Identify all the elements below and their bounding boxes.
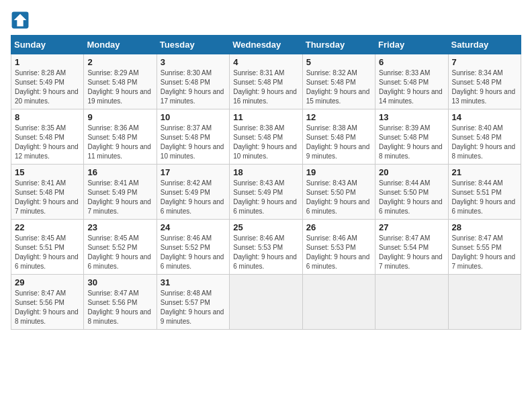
calendar-week: 1 Sunrise: 8:28 AMSunset: 5:49 PMDayligh… — [11, 54, 521, 109]
day-info: Sunrise: 8:47 AMSunset: 5:56 PMDaylight:… — [15, 289, 80, 326]
calendar-day: 27 Sunrise: 8:47 AMSunset: 5:54 PMDaylig… — [375, 220, 448, 275]
calendar-day: 30 Sunrise: 8:47 AMSunset: 5:56 PMDaylig… — [84, 275, 157, 330]
calendar-day: 12 Sunrise: 8:38 AMSunset: 5:48 PMDaylig… — [302, 109, 375, 165]
day-info: Sunrise: 8:39 AMSunset: 5:48 PMDaylight:… — [379, 124, 444, 161]
day-number: 7 — [452, 57, 517, 67]
day-number: 20 — [379, 167, 444, 177]
calendar-day — [302, 275, 375, 330]
calendar-day: 1 Sunrise: 8:28 AMSunset: 5:49 PMDayligh… — [11, 54, 84, 109]
day-info: Sunrise: 8:33 AMSunset: 5:48 PMDaylight:… — [379, 68, 444, 106]
calendar-day: 28 Sunrise: 8:47 AMSunset: 5:55 PMDaylig… — [448, 220, 521, 275]
calendar-day: 24 Sunrise: 8:46 AMSunset: 5:52 PMDaylig… — [157, 220, 229, 275]
day-number: 10 — [161, 112, 226, 122]
logo-icon — [11, 11, 30, 30]
day-info: Sunrise: 8:46 AMSunset: 5:53 PMDaylight:… — [233, 234, 298, 271]
day-number: 23 — [87, 222, 152, 232]
day-info: Sunrise: 8:43 AMSunset: 5:50 PMDaylight:… — [306, 179, 371, 216]
calendar-day: 5 Sunrise: 8:32 AMSunset: 5:48 PMDayligh… — [302, 54, 375, 109]
day-number: 22 — [15, 222, 80, 232]
day-number: 3 — [161, 57, 226, 67]
day-info: Sunrise: 8:31 AMSunset: 5:48 PMDaylight:… — [233, 68, 298, 106]
day-info: Sunrise: 8:32 AMSunset: 5:48 PMDaylight:… — [306, 68, 371, 106]
calendar-day: 19 Sunrise: 8:43 AMSunset: 5:50 PMDaylig… — [302, 165, 375, 220]
day-header-tuesday: Tuesday — [157, 36, 229, 54]
calendar-day: 7 Sunrise: 8:34 AMSunset: 5:48 PMDayligh… — [448, 54, 521, 109]
calendar-day: 31 Sunrise: 8:48 AMSunset: 5:57 PMDaylig… — [157, 275, 229, 330]
day-info: Sunrise: 8:41 AMSunset: 5:49 PMDaylight:… — [87, 179, 152, 216]
calendar-day: 21 Sunrise: 8:44 AMSunset: 5:51 PMDaylig… — [448, 165, 521, 220]
calendar-day: 29 Sunrise: 8:47 AMSunset: 5:56 PMDaylig… — [11, 275, 84, 330]
calendar-body: 1 Sunrise: 8:28 AMSunset: 5:49 PMDayligh… — [11, 54, 521, 330]
day-number: 18 — [233, 167, 298, 177]
day-header-monday: Monday — [84, 36, 157, 54]
day-number: 19 — [306, 167, 371, 177]
day-info: Sunrise: 8:48 AMSunset: 5:57 PMDaylight:… — [161, 289, 226, 326]
day-number: 9 — [87, 112, 152, 122]
day-number: 8 — [15, 112, 80, 122]
day-info: Sunrise: 8:41 AMSunset: 5:48 PMDaylight:… — [15, 179, 80, 216]
calendar-day: 23 Sunrise: 8:45 AMSunset: 5:52 PMDaylig… — [84, 220, 157, 275]
calendar-day: 26 Sunrise: 8:46 AMSunset: 5:53 PMDaylig… — [302, 220, 375, 275]
day-header-sunday: Sunday — [11, 36, 84, 54]
calendar-day — [448, 275, 521, 330]
day-info: Sunrise: 8:44 AMSunset: 5:51 PMDaylight:… — [452, 179, 517, 216]
day-info: Sunrise: 8:36 AMSunset: 5:48 PMDaylight:… — [87, 124, 152, 161]
calendar-day: 8 Sunrise: 8:35 AMSunset: 5:48 PMDayligh… — [11, 109, 84, 165]
calendar-day: 18 Sunrise: 8:43 AMSunset: 5:49 PMDaylig… — [230, 165, 302, 220]
calendar-day: 2 Sunrise: 8:29 AMSunset: 5:48 PMDayligh… — [84, 54, 157, 109]
day-info: Sunrise: 8:46 AMSunset: 5:52 PMDaylight:… — [161, 234, 226, 271]
calendar-day: 17 Sunrise: 8:42 AMSunset: 5:49 PMDaylig… — [157, 165, 229, 220]
calendar-week: 15 Sunrise: 8:41 AMSunset: 5:48 PMDaylig… — [11, 165, 521, 220]
day-number: 26 — [306, 222, 371, 232]
day-info: Sunrise: 8:35 AMSunset: 5:48 PMDaylight:… — [15, 124, 80, 161]
calendar-day: 11 Sunrise: 8:38 AMSunset: 5:48 PMDaylig… — [230, 109, 302, 165]
calendar-day: 6 Sunrise: 8:33 AMSunset: 5:48 PMDayligh… — [375, 54, 448, 109]
day-number: 29 — [15, 277, 80, 287]
day-number: 28 — [452, 222, 517, 232]
day-number: 21 — [452, 167, 517, 177]
calendar-day: 10 Sunrise: 8:37 AMSunset: 5:48 PMDaylig… — [157, 109, 229, 165]
calendar-header: SundayMondayTuesdayWednesdayThursdayFrid… — [11, 36, 521, 54]
calendar-day: 15 Sunrise: 8:41 AMSunset: 5:48 PMDaylig… — [11, 165, 84, 220]
day-header-wednesday: Wednesday — [230, 36, 302, 54]
day-number: 17 — [161, 167, 226, 177]
day-number: 1 — [15, 57, 80, 67]
day-number: 27 — [379, 222, 444, 232]
calendar-day: 3 Sunrise: 8:30 AMSunset: 5:48 PMDayligh… — [157, 54, 229, 109]
calendar-day: 14 Sunrise: 8:40 AMSunset: 5:48 PMDaylig… — [448, 109, 521, 165]
day-number: 5 — [306, 57, 371, 67]
calendar-week: 29 Sunrise: 8:47 AMSunset: 5:56 PMDaylig… — [11, 275, 521, 330]
day-info: Sunrise: 8:30 AMSunset: 5:48 PMDaylight:… — [161, 68, 226, 106]
calendar-day: 25 Sunrise: 8:46 AMSunset: 5:53 PMDaylig… — [230, 220, 302, 275]
day-number: 12 — [306, 112, 371, 122]
day-info: Sunrise: 8:44 AMSunset: 5:50 PMDaylight:… — [379, 179, 444, 216]
day-info: Sunrise: 8:38 AMSunset: 5:48 PMDaylight:… — [306, 124, 371, 161]
day-number: 25 — [233, 222, 298, 232]
calendar-day: 13 Sunrise: 8:39 AMSunset: 5:48 PMDaylig… — [375, 109, 448, 165]
calendar-day: 20 Sunrise: 8:44 AMSunset: 5:50 PMDaylig… — [375, 165, 448, 220]
day-info: Sunrise: 8:45 AMSunset: 5:51 PMDaylight:… — [15, 234, 80, 271]
page-header — [11, 11, 521, 30]
day-number: 31 — [161, 277, 226, 287]
day-number: 13 — [379, 112, 444, 122]
day-info: Sunrise: 8:37 AMSunset: 5:48 PMDaylight:… — [161, 124, 226, 161]
calendar-table: SundayMondayTuesdayWednesdayThursdayFrid… — [11, 35, 521, 330]
day-header-thursday: Thursday — [302, 36, 375, 54]
calendar-day: 22 Sunrise: 8:45 AMSunset: 5:51 PMDaylig… — [11, 220, 84, 275]
day-info: Sunrise: 8:42 AMSunset: 5:49 PMDaylight:… — [161, 179, 226, 216]
calendar-week: 22 Sunrise: 8:45 AMSunset: 5:51 PMDaylig… — [11, 220, 521, 275]
day-number: 2 — [87, 57, 152, 67]
day-info: Sunrise: 8:46 AMSunset: 5:53 PMDaylight:… — [306, 234, 371, 271]
day-info: Sunrise: 8:38 AMSunset: 5:48 PMDaylight:… — [233, 124, 298, 161]
day-number: 16 — [87, 167, 152, 177]
calendar-day: 9 Sunrise: 8:36 AMSunset: 5:48 PMDayligh… — [84, 109, 157, 165]
day-number: 4 — [233, 57, 298, 67]
day-number: 24 — [161, 222, 226, 232]
day-header-friday: Friday — [375, 36, 448, 54]
day-info: Sunrise: 8:45 AMSunset: 5:52 PMDaylight:… — [87, 234, 152, 271]
day-info: Sunrise: 8:29 AMSunset: 5:48 PMDaylight:… — [87, 68, 152, 106]
day-info: Sunrise: 8:47 AMSunset: 5:55 PMDaylight:… — [452, 234, 517, 271]
day-header-saturday: Saturday — [448, 36, 521, 54]
calendar-week: 8 Sunrise: 8:35 AMSunset: 5:48 PMDayligh… — [11, 109, 521, 165]
day-number: 11 — [233, 112, 298, 122]
